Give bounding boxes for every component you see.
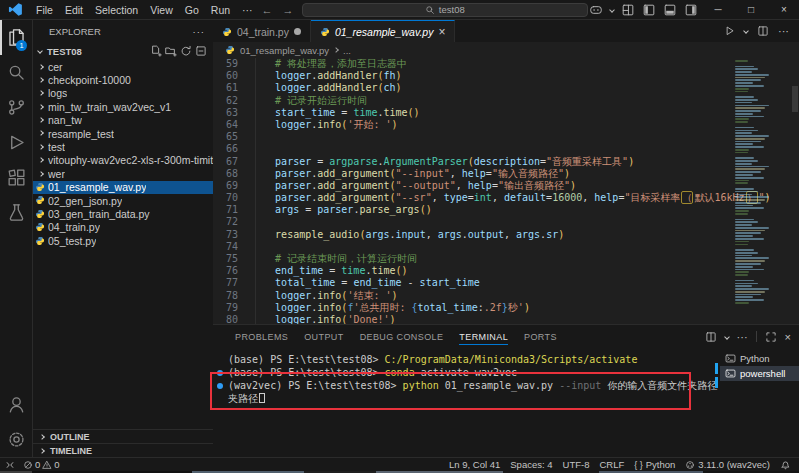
panel-maximize-icon[interactable] (765, 331, 777, 343)
menu-[interactable]: ··· (236, 3, 259, 17)
folder-item-cer[interactable]: cer (33, 60, 213, 73)
sidebar-section-timeline[interactable]: TIMELINE (33, 443, 213, 457)
folder-item-test[interactable]: test (33, 140, 213, 153)
more-actions-icon[interactable]: ··· (778, 25, 789, 37)
panel-tab-ports[interactable]: PORTS (516, 325, 565, 348)
run-icon[interactable] (723, 25, 735, 37)
folder-item-min-tw-train-wav2vec-v1[interactable]: min_tw_train_wav2vec_v1 (33, 100, 213, 113)
code-line[interactable]: 59 # 将处理器，添加至日志器中 (213, 58, 799, 70)
toggle-sidebar-icon[interactable] (642, 3, 656, 17)
status-3-11-0-wav2vec[interactable]: 3.11.0 (wav2vec) (685, 459, 770, 470)
activitybar-item-source-control[interactable] (0, 90, 32, 125)
panel-more-icon[interactable]: ··· (737, 331, 748, 343)
collapse-all-icon[interactable] (195, 45, 207, 57)
code-line[interactable]: 74 (213, 241, 799, 253)
window-maximize-button[interactable]: □ (738, 0, 764, 19)
panel-tab-problems[interactable]: PROBLEMS (227, 325, 296, 348)
nav-forward-icon[interactable]: → (281, 4, 296, 16)
toggle-secondary-sidebar-icon[interactable] (684, 3, 698, 17)
workspace-root-row[interactable]: TEST08 (33, 42, 213, 60)
code-line[interactable]: 61 logger.addHandler(ch) (213, 82, 799, 94)
code-line[interactable]: 62 # 记录开始运行时间 (213, 95, 799, 107)
folder-item-logs[interactable]: logs (33, 87, 213, 100)
status-ln-9-col-41[interactable]: Ln 9, Col 41 (449, 459, 500, 470)
toggle-panel-icon[interactable] (663, 3, 677, 17)
status-python[interactable]: { }Python (634, 459, 675, 470)
breadcrumb-more[interactable]: ... (343, 45, 351, 56)
status-spaces-4[interactable]: Spaces: 4 (510, 459, 552, 470)
editor-scrollbar[interactable] (791, 58, 799, 324)
folder-item-wer[interactable]: wer (33, 167, 213, 180)
nav-back-icon[interactable]: ← (260, 4, 275, 16)
split-editor-icon[interactable] (757, 25, 769, 37)
activitybar-item-explorer[interactable]: 1 (0, 20, 32, 55)
code-line[interactable]: 80 logger.info('Done!') (213, 314, 799, 324)
code-line[interactable]: 68 parser.add_argument("--input", help="… (213, 168, 799, 180)
code-line[interactable]: 64 logger.info('开始: ') (213, 119, 799, 131)
panel-close-icon[interactable]: × (785, 331, 791, 343)
menu-edit[interactable]: Edit (59, 3, 89, 17)
code-line[interactable]: 77 total_time = end_time - start_time (213, 277, 799, 289)
editor-tab-01-resample-wav-py[interactable]: 01_resample_wav.py× (311, 20, 455, 42)
new-file-icon[interactable] (150, 45, 162, 57)
breadcrumb-file[interactable]: 01_resample_wav.py (240, 45, 329, 56)
refresh-icon[interactable] (180, 45, 192, 57)
activitybar-item-settings[interactable] (0, 422, 32, 457)
code-line[interactable]: 75 # 记录结束时间，计算运行时间 (213, 253, 799, 265)
file-item-05-test-py[interactable]: 05_test.py (33, 234, 213, 247)
code-line[interactable]: 79 logger.info(f'总共用时: {total_time:.2f}秒… (213, 302, 799, 314)
window-minimize-button[interactable]: ─ (705, 0, 731, 19)
folder-item-nan-tw[interactable]: nan_tw (33, 114, 213, 127)
code-line[interactable]: 76 end_time = time.time() (213, 265, 799, 277)
bell-icon[interactable] (780, 459, 791, 470)
activitybar-item-search[interactable] (0, 55, 32, 90)
file-item-01-resample-wav-py[interactable]: 01_resample_wav.py (33, 181, 213, 194)
folder-item-vitouphy-wav2vec2-xls-r-300m-timit-phoneme[interactable]: vitouphy-wav2vec2-xls-r-300m-timit-phone… (33, 154, 213, 167)
code-editor[interactable]: 59 # 将处理器，添加至日志器中60 logger.addHandler(fh… (213, 58, 799, 324)
panel-tab-debug-console[interactable]: DEBUG CONSOLE (352, 325, 452, 348)
activitybar-item-extensions[interactable] (0, 160, 32, 195)
code-line[interactable]: 67 parser = argparse.ArgumentParser(desc… (213, 156, 799, 168)
explorer-more-actions-icon[interactable]: ··· (193, 26, 206, 37)
customize-layout-icon[interactable] (621, 3, 635, 17)
scrollbar-thumb[interactable] (792, 86, 798, 112)
panel-tab-output[interactable]: OUTPUT (296, 325, 351, 348)
folder-item-checkpoint-10000[interactable]: checkpoint-10000 (33, 73, 213, 86)
code-line[interactable]: 60 logger.addHandler(fh) (213, 70, 799, 82)
problems-status[interactable]: 0 0 (23, 459, 60, 470)
activitybar-item-testing[interactable] (0, 195, 32, 230)
new-folder-icon[interactable] (165, 45, 177, 57)
activitybar-item-run-debug[interactable] (0, 125, 32, 160)
editor-tab-04-train-py[interactable]: 04_train.py (213, 20, 311, 42)
panel-split-icon[interactable] (705, 331, 717, 343)
sidebar-section-outline[interactable]: OUTLINE (33, 429, 213, 443)
tab-close-icon[interactable]: × (438, 26, 445, 38)
code-line[interactable]: 78 logger.info('结束: ') (213, 290, 799, 302)
search-input[interactable]: test08 (302, 3, 588, 17)
menu-run[interactable]: Run (205, 3, 236, 17)
window-close-button[interactable]: × (771, 0, 797, 19)
copilot-icon[interactable] (589, 3, 603, 17)
code-line[interactable]: 69 parser.add_argument("--output", help=… (213, 180, 799, 192)
remote-indicator-icon[interactable] (4, 459, 16, 471)
terminal-instance-powershell[interactable]: powershell (720, 366, 799, 381)
file-item-02-gen-json-py[interactable]: 02_gen_json.py (33, 194, 213, 207)
code-line[interactable]: 63 start_time = time.time() (213, 107, 799, 119)
code-line[interactable]: 70 parser.add_argument("--sr", type=int,… (213, 192, 799, 204)
terminal-instance-python[interactable]: Python (720, 351, 799, 366)
code-line[interactable]: 72 (213, 216, 799, 228)
folder-item-resample-test[interactable]: resample_test (33, 127, 213, 140)
code-line[interactable]: 71 args = parser.parse_args() (213, 204, 799, 216)
menu-view[interactable]: View (144, 3, 179, 17)
code-line[interactable]: 66 (213, 143, 799, 155)
panel-tab-terminal[interactable]: TERMINAL (451, 325, 516, 348)
file-item-04-train-py[interactable]: 04_train.py (33, 221, 213, 234)
file-item-03-gen-train-data-py[interactable]: 03_gen_train_data.py (33, 207, 213, 220)
code-line[interactable]: 65 (213, 131, 799, 143)
menu-selection[interactable]: Selection (89, 3, 144, 17)
activitybar-item-account[interactable] (0, 387, 32, 422)
menu-file[interactable]: File (30, 3, 59, 17)
status-crlf[interactable]: CRLF (599, 459, 624, 470)
code-line[interactable]: 73 resample_audio(args.input, args.outpu… (213, 229, 799, 241)
menu-go[interactable]: Go (179, 3, 205, 17)
